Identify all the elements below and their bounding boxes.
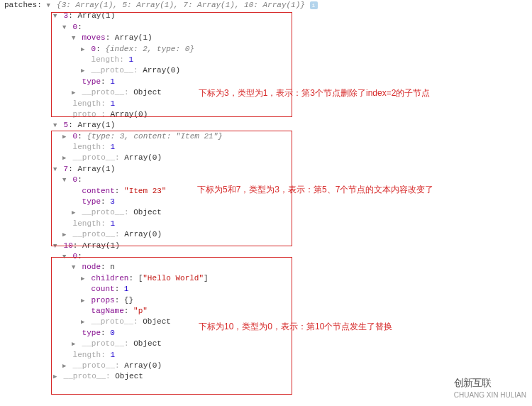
caret-icon[interactable] — [62, 154, 68, 163]
root-preview: {3: Array(1), 5: Array(1), 7: Array(1), … — [57, 1, 305, 9]
tree-row-5-proto[interactable]: __proto__: Array(0) — [0, 153, 532, 163]
caret-icon[interactable] — [62, 362, 68, 371]
info-icon[interactable]: i — [310, 1, 318, 9]
caret-icon[interactable] — [53, 12, 59, 21]
tree-row-7-proto-obj[interactable]: __proto__: Object — [0, 207, 532, 218]
tree-row-7[interactable]: 7: Array(1) — [0, 164, 532, 175]
tree-row-7-length[interactable]: length: 1 — [0, 219, 532, 229]
tree-row-10-props[interactable]: props: {} — [0, 295, 532, 306]
caret-icon[interactable] — [62, 231, 68, 240]
tree-row-10-proto-arr[interactable]: __proto__: Array(0) — [0, 361, 532, 371]
tree-row-moves[interactable]: moves: Array(1) — [0, 33, 532, 43]
caret-icon[interactable] — [81, 275, 87, 284]
caret-icon[interactable] — [62, 23, 68, 33]
tree-row-length-outer[interactable]: length: 1 — [0, 99, 532, 109]
caret-icon[interactable] — [46, 1, 52, 11]
tree-row-10-node[interactable]: node: n — [0, 262, 532, 273]
tree-row-10-proto-obj2[interactable]: __proto__: Object — [0, 339, 532, 349]
tree-row-10-0[interactable]: 0: — [0, 251, 532, 262]
tree-row-10[interactable]: 10: Array(1) — [0, 241, 532, 251]
caret-icon[interactable] — [72, 34, 77, 43]
caret-icon[interactable] — [53, 121, 59, 131]
caret-icon[interactable] — [53, 165, 59, 175]
caret-icon[interactable] — [53, 373, 59, 382]
caret-icon[interactable] — [81, 45, 87, 55]
tree-row-5-length[interactable]: length: 1 — [0, 142, 532, 153]
tree-row-10-tagname[interactable]: tagName: "p" — [0, 306, 532, 317]
watermark-logo: 创新互联 CHUANG XIN HULIAN — [454, 376, 526, 400]
root-key: patches: — [4, 1, 42, 9]
moves-key: moves — [82, 33, 106, 42]
tree-row-moves-0[interactable]: 0: {index: 2, type: 0} — [0, 44, 532, 55]
tree-row-7-proto[interactable]: __proto__: Array(0) — [0, 229, 532, 240]
tree-row-10-count[interactable]: count: 1 — [0, 284, 532, 295]
caret-icon[interactable] — [72, 340, 77, 349]
caret-icon[interactable] — [81, 67, 87, 76]
caret-icon[interactable] — [62, 133, 68, 142]
caret-icon[interactable] — [72, 89, 77, 98]
annotation-3: 下标为10，类型为0，表示：第10个节点发生了替换 — [199, 321, 392, 333]
root-row[interactable]: patches: {3: Array(1), 5: Array(1), 7: A… — [0, 0, 532, 11]
tree-row-proto-outer[interactable]: proto : Array(0) — [0, 109, 532, 120]
logo-sub: CHUANG XIN HULIAN — [454, 391, 526, 399]
tree-row-10-children[interactable]: children: ["Hello World"] — [0, 273, 532, 284]
logo-brand: 创新互联 — [454, 377, 491, 388]
tree-row-proto[interactable]: __proto__: Array(0) — [0, 65, 532, 76]
annotation-2: 下标为5和7，类型为3，表示：第5、7个节点的文本内容改变了 — [197, 184, 433, 196]
caret-icon[interactable] — [53, 242, 59, 251]
tree-row-type[interactable]: type: 1 — [0, 77, 532, 87]
caret-icon[interactable] — [81, 318, 87, 327]
annotation-1: 下标为3，类型为1，表示：第3个节点删除了index=2的子节点 — [199, 87, 430, 99]
tree-row-5-0[interactable]: 0: {type: 3, content: "Item 21"} — [0, 131, 532, 142]
tree-row-7-type[interactable]: type: 3 — [0, 197, 532, 207]
tree-row-5[interactable]: 5: Array(1) — [0, 120, 532, 131]
caret-icon[interactable] — [72, 209, 77, 218]
caret-icon[interactable] — [62, 176, 68, 185]
caret-icon[interactable] — [81, 297, 87, 306]
tree-row-outer-proto[interactable]: __proto__: Object — [0, 371, 532, 382]
caret-icon[interactable] — [62, 253, 68, 262]
tree-row-length[interactable]: length: 1 — [0, 55, 532, 65]
type-label: Array(1) — [77, 11, 115, 20]
caret-icon[interactable] — [72, 263, 77, 273]
tree-row-10-length[interactable]: length: 1 — [0, 350, 532, 361]
tree-row-3[interactable]: 3: Array(1) — [0, 11, 532, 21]
tree-row-3-0[interactable]: 0: — [0, 22, 532, 33]
